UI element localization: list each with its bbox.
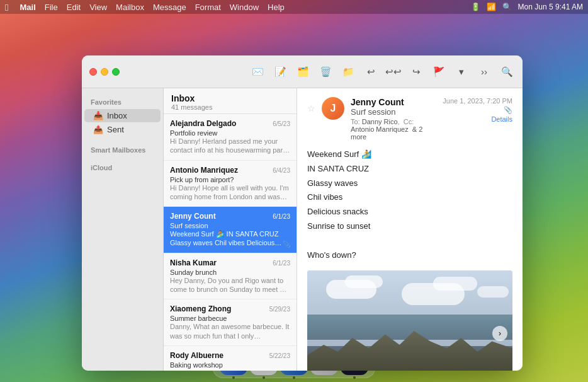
email-date: 6/1/23 — [273, 260, 290, 267]
email-item[interactable]: Nisha Kumar 6/1/23 Sunday brunch Hey Dan… — [164, 253, 297, 300]
email-subject: Sunday brunch — [170, 269, 290, 276]
email-sender: Antonio Manriquez — [170, 166, 270, 175]
email-item[interactable]: Rody Albuerne 5/22/23 Baking workshop He… — [164, 346, 297, 371]
email-preview: Hi Danny! Herland passed me your contact… — [170, 137, 290, 155]
email-date: 6/4/23 — [273, 167, 290, 174]
email-preview: Hey Danny, Do you and Rigo want to come … — [170, 276, 290, 294]
email-item[interactable]: Xiaomeng Zhong 5/29/23 Summer barbecue D… — [164, 299, 297, 346]
email-header: ☆ J Jenny Count Surf session To: Danny R… — [307, 97, 512, 141]
photo-next-arrow[interactable]: › — [492, 326, 507, 341]
menubar-format[interactable]: Format — [195, 3, 221, 12]
email-body: Weekend Surf 🏄 IN SANTA CRUZ Glassy wave… — [307, 148, 512, 262]
email-subject-display: Surf session — [351, 107, 436, 117]
search-icon[interactable]: 🔍 — [502, 3, 512, 11]
email-to: Danny Rico — [362, 118, 398, 125]
sender-avatar: J — [322, 97, 344, 120]
body-line: Glassy waves — [307, 177, 512, 190]
trash-icon[interactable]: 🗑️ — [317, 64, 334, 80]
icloud-label: iCloud — [82, 161, 163, 174]
body-line — [307, 234, 512, 248]
email-preview: Hello Bakers, We're very excited to have… — [170, 369, 290, 371]
email-item[interactable]: Alejandra Delgado 6/5/23 Portfolio revie… — [164, 114, 297, 161]
inbox-icon: 📥 — [93, 111, 103, 120]
email-item[interactable]: Antonio Manriquez 6/4/23 Pick up from ai… — [164, 161, 297, 207]
email-date: 5/22/23 — [269, 352, 290, 359]
minimize-button[interactable] — [101, 68, 108, 76]
email-sender: Alejandra Delgado — [170, 119, 270, 128]
sidebar-sent-label: Sent — [107, 125, 124, 134]
sidebar-item-inbox[interactable]: 📥 Inbox — [84, 109, 161, 122]
new-message-icon[interactable]: ✉️ — [249, 64, 266, 80]
email-sender: Xiaomeng Zhong — [170, 304, 267, 313]
menubar-window[interactable]: Window — [230, 3, 259, 12]
email-datetime: June 1, 2023, 7:20 PM — [443, 97, 512, 105]
email-from-name: Jenny Count — [351, 97, 436, 107]
email-view: ☆ J Jenny Count Surf session To: Danny R… — [297, 88, 523, 371]
smart-mailboxes-label: Smart Mailboxes — [82, 144, 163, 156]
email-subject: Baking workshop — [170, 361, 290, 369]
email-date: 6/5/23 — [273, 120, 290, 127]
email-list-count: 41 messages — [171, 103, 289, 111]
menubar-edit[interactable]: Edit — [67, 3, 81, 12]
cloud-4 — [433, 277, 477, 291]
compose-icon[interactable]: 📝 — [272, 64, 288, 80]
email-sender: Nisha Kumar — [170, 258, 270, 267]
menubar-mailbox[interactable]: Mailbox — [116, 3, 144, 12]
body-line: Chil vibes — [307, 191, 512, 204]
email-photo-attachment[interactable]: › — [307, 270, 512, 371]
email-date: 6/1/23 — [273, 213, 290, 220]
body-line: Sunrise to sunset — [307, 220, 512, 233]
window-toolbar: ✉️ 📝 🗂️ 🗑️ 📁 ↩ ↩↩ ↪ 🚩 ▾ ›› 🔍 — [82, 55, 523, 88]
email-cc: Antonio Manriquez — [351, 125, 409, 133]
email-subject: Summer barbecue — [170, 315, 290, 322]
sidebar-inbox-label: Inbox — [107, 111, 127, 120]
sidebar: Favorites 📥 Inbox 📤 Sent Smart Mailboxes… — [82, 88, 164, 371]
email-list-header: Inbox 41 messages — [164, 88, 297, 114]
mail-dot — [293, 376, 295, 379]
body-line: Weekend Surf 🏄 — [307, 148, 512, 161]
body-line: Who's down? — [307, 249, 512, 262]
menubar-file[interactable]: File — [45, 3, 58, 12]
reply-icon[interactable]: ↩ — [363, 64, 379, 80]
reply-all-icon[interactable]: ↩↩ — [385, 64, 402, 80]
traffic-lights — [89, 68, 120, 76]
more-icon[interactable]: ▾ — [453, 64, 470, 80]
email-subject: Surf session — [170, 222, 290, 229]
forward-icon[interactable]: ↪ — [408, 64, 424, 80]
sidebar-item-sent[interactable]: 📤 Sent — [84, 123, 161, 136]
cloud-2 — [345, 275, 383, 288]
star-icon[interactable]: ☆ — [307, 103, 315, 113]
email-preview: Weekend Surf 🏄 IN SANTA CRUZ Glassy wave… — [170, 229, 290, 248]
close-button[interactable] — [89, 68, 97, 76]
flag-icon[interactable]: 🚩 — [431, 64, 447, 80]
email-preview: Hi Danny! Hope all is well with you. I'm… — [170, 183, 290, 202]
menubar-help[interactable]: Help — [268, 3, 285, 12]
more-actions-icon[interactable]: ›› — [476, 64, 492, 80]
body-line: IN SANTA CRUZ — [307, 163, 512, 176]
folder-icon[interactable]: 📁 — [340, 64, 356, 80]
menubar-datetime: Mon Jun 5 9:41 AM — [518, 3, 583, 11]
apple-menu[interactable]:  — [5, 2, 8, 13]
menubar-app-name[interactable]: Mail — [20, 3, 35, 12]
email-preview: Danny, What an awesome barbecue. It was … — [170, 322, 290, 340]
menubar-view[interactable]: View — [89, 3, 107, 12]
email-to-line: To: Danny Rico, Cc: Antonio Manriquez & … — [351, 118, 436, 141]
attachment-icon: 📎 — [283, 241, 290, 248]
email-list: Inbox 41 messages Alejandra Delgado 6/5/… — [164, 88, 297, 371]
archive-icon[interactable]: 🗂️ — [295, 64, 311, 80]
search-icon[interactable]: 🔍 — [499, 64, 515, 80]
menubar:  Mail File Edit View Mailbox Message Fo… — [0, 0, 588, 14]
email-subject: Pick up from airport? — [170, 176, 290, 183]
menubar-message[interactable]: Message — [153, 3, 186, 12]
cloud-5 — [477, 286, 509, 298]
calendar-dot — [263, 376, 265, 379]
email-items-container: Alejandra Delgado 6/5/23 Portfolio revie… — [164, 114, 297, 371]
email-content-area: ☆ J Jenny Count Surf session To: Danny R… — [297, 88, 523, 371]
maximize-button[interactable] — [112, 68, 120, 76]
details-button[interactable]: Details — [443, 115, 512, 123]
email-sender: Rody Albuerne — [170, 351, 267, 360]
body-line: Delicious snacks — [307, 205, 512, 219]
email-metadata: Jenny Count Surf session To: Danny Rico,… — [351, 97, 436, 141]
email-item-selected[interactable]: Jenny Count 6/1/23 Surf session Weekend … — [164, 207, 297, 253]
content-area: Favorites 📥 Inbox 📤 Sent Smart Mailboxes… — [82, 88, 523, 371]
